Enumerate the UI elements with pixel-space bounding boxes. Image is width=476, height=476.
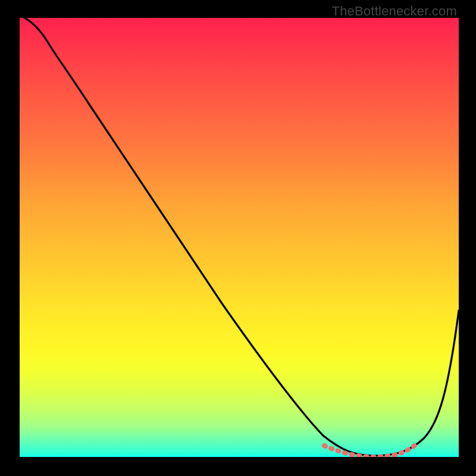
gradient-plot-area <box>20 18 459 457</box>
bottleneck-curve-line <box>20 18 459 456</box>
brand-label: TheBottlenecker.com <box>332 4 457 18</box>
brand-watermark: TheBottlenecker.com <box>332 4 457 19</box>
chart-frame: TheBottlenecker.com <box>0 0 476 476</box>
curves-overlay <box>20 18 459 457</box>
